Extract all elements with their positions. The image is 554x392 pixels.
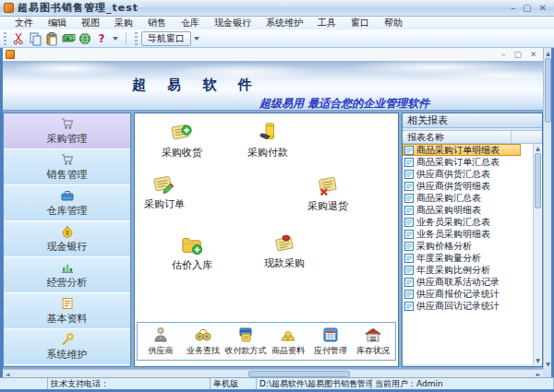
desktop-icon-purchase-receive[interactable]: 采购收货 xyxy=(152,121,211,160)
report-row[interactable]: 年度采购比例分析 xyxy=(403,264,542,276)
minimize-button[interactable]: – xyxy=(511,2,515,15)
sidebar-item-warehouse[interactable]: 仓库管理 xyxy=(4,185,130,221)
desktop-icon-cash-purchase[interactable]: 现款采购 xyxy=(255,232,314,270)
sidebar-item-basic-data[interactable]: 基本资料 xyxy=(4,293,130,329)
nav-overflow-icon[interactable] xyxy=(194,37,199,41)
title-bar[interactable]: 超易图书销售管理_test – ▢ ✕ xyxy=(0,0,554,17)
sidebar-item-label: 基本资料 xyxy=(47,312,88,326)
desktop-icon-valuation-inbound[interactable]: 估价入库 xyxy=(163,233,222,272)
scroll-left-icon[interactable]: ◄ xyxy=(3,370,12,377)
reports-scroll-thumb[interactable] xyxy=(535,153,541,208)
report-row[interactable]: 供应商报价记录统计 xyxy=(403,288,542,300)
report-row[interactable]: 商品采购订单汇总表 xyxy=(403,156,542,168)
mdi-strip: – ▢ ✕ xyxy=(3,48,551,61)
scroll-right-icon[interactable]: ► xyxy=(534,370,543,377)
report-row[interactable]: 年度采购量分析 xyxy=(403,252,542,264)
child-restore-button[interactable]: ▢ xyxy=(514,49,523,60)
reports-scrollbar[interactable]: ▲ ▼ xyxy=(533,144,541,364)
paste-icon[interactable] xyxy=(43,30,60,46)
report-row[interactable]: 商品采购订单明细表 xyxy=(403,144,521,156)
vertical-scroll-thumb[interactable] xyxy=(545,58,551,123)
menu-window[interactable]: 窗口 xyxy=(343,17,377,30)
report-icon xyxy=(404,182,414,191)
shortcut-panel: 供应商 业务查找 收付款方式 商品资料 应付管理 xyxy=(137,322,396,361)
horizontal-scroll-thumb[interactable] xyxy=(248,371,350,377)
report-icon xyxy=(404,230,414,239)
horizontal-scrollbar[interactable]: ◄ ► xyxy=(3,369,543,377)
reports-panel-title: 相关报表 xyxy=(403,113,542,128)
desktop-icon-label: 采购订单 xyxy=(144,197,185,211)
report-row[interactable]: 供应商供货汇总表 xyxy=(403,168,542,180)
report-row[interactable]: 供应商联系活动记录 xyxy=(403,276,542,288)
desktop-icon-label: 采购付款 xyxy=(247,146,288,160)
report-icon xyxy=(404,146,414,155)
menu-warehouse[interactable]: 仓库 xyxy=(174,17,207,30)
report-row[interactable]: 业务员采购明细表 xyxy=(403,228,542,240)
scroll-down-icon[interactable]: ▼ xyxy=(545,360,551,368)
menu-edit[interactable]: 编辑 xyxy=(41,17,74,30)
close-button[interactable]: ✕ xyxy=(539,2,547,15)
report-row[interactable]: 商品采购明细表 xyxy=(403,204,542,216)
cart-icon xyxy=(60,116,75,131)
toolbar-grip[interactable] xyxy=(4,32,6,45)
scroll-up-icon[interactable]: ▲ xyxy=(545,49,551,57)
child-minimize-button[interactable]: – xyxy=(501,49,506,60)
menu-view[interactable]: 视图 xyxy=(74,17,107,30)
sidebar-item-analysis[interactable]: 经营分析 xyxy=(4,257,130,293)
menu-purchase[interactable]: 采购 xyxy=(107,17,140,30)
menu-system[interactable]: 系统维护 xyxy=(259,17,310,30)
restore-button[interactable]: ▢ xyxy=(523,2,531,15)
money-icon[interactable] xyxy=(60,30,77,46)
shortcut-business-search[interactable]: 业务查找 xyxy=(182,326,224,357)
desktop-icon-purchase-order[interactable]: 采购订单 xyxy=(135,172,194,211)
scroll-down-icon[interactable]: ▼ xyxy=(535,356,541,364)
menu-tools[interactable]: 工具 xyxy=(310,17,343,30)
report-row[interactable]: 供应商回访记录统计 xyxy=(403,300,542,312)
report-row[interactable]: 商品采购汇总表 xyxy=(403,192,542,204)
vertical-scrollbar[interactable]: ▲ ▼ xyxy=(543,48,551,369)
globe-icon[interactable] xyxy=(77,30,93,46)
shortcut-inventory-status[interactable]: 库存状况 xyxy=(352,326,394,357)
scroll-up-icon[interactable]: ▲ xyxy=(535,144,541,152)
sidebar-item-label: 现金银行 xyxy=(47,240,88,254)
report-icon xyxy=(404,302,414,311)
shortcut-payment-method[interactable]: 收付款方式 xyxy=(224,326,267,357)
sidebar-item-system[interactable]: 系统维护 xyxy=(4,329,130,365)
shortcut-product-data[interactable]: 商品资料 xyxy=(267,326,309,357)
toolbar-overflow-icon[interactable] xyxy=(113,37,118,41)
menu-sales[interactable]: 销售 xyxy=(140,17,174,30)
sidebar-item-sales[interactable]: 销售管理 xyxy=(4,149,130,185)
menu-cash-bank[interactable]: 现金银行 xyxy=(207,17,259,30)
report-icon xyxy=(404,254,414,263)
report-row[interactable]: 采购价格分析 xyxy=(403,240,542,252)
banner-title: 超 易 软 件 xyxy=(132,77,260,94)
desktop-icon-purchase-payment[interactable]: 采购付款 xyxy=(238,121,297,160)
shortcut-supplier[interactable]: 供应商 xyxy=(139,326,182,357)
sidebar-item-cash-bank[interactable]: 现金银行 xyxy=(4,221,130,257)
banner: 超 易 软 件 超级易用 最适合您的企业管理软件 xyxy=(3,61,543,111)
menu-file[interactable]: 文件 xyxy=(7,17,41,30)
desktop-icon-purchase-return[interactable]: 采购退货 xyxy=(298,174,357,213)
report-row[interactable]: 业务员采购汇总表 xyxy=(403,216,542,228)
menu-help[interactable]: 帮助 xyxy=(377,17,410,30)
status-blank xyxy=(0,378,48,389)
reports-column-header[interactable]: 报表名称 xyxy=(403,130,542,144)
cut-icon[interactable] xyxy=(10,30,27,46)
help-icon[interactable]: ? xyxy=(93,30,110,46)
report-icon xyxy=(404,206,414,215)
report-icon xyxy=(404,194,414,203)
sidebar-item-purchase[interactable]: 采购管理 xyxy=(4,113,130,149)
child-close-button[interactable]: ✕ xyxy=(530,49,537,60)
report-row[interactable]: 供应商供货明细表 xyxy=(403,180,542,192)
desktop-icon-label: 估价入库 xyxy=(172,258,212,272)
cart-icon xyxy=(60,152,75,167)
card-icon xyxy=(236,326,255,344)
sidebar-item-label: 系统维护 xyxy=(47,348,88,362)
nav-window-button[interactable]: 导航窗口 xyxy=(141,31,191,46)
shortcut-label: 供应商 xyxy=(149,345,174,357)
sidebar-item-label: 销售管理 xyxy=(47,168,88,182)
copy-icon[interactable] xyxy=(27,30,43,46)
shortcut-label: 业务查找 xyxy=(187,345,220,357)
shortcut-payables[interactable]: 应付管理 xyxy=(309,326,352,357)
toolbar-grip2[interactable] xyxy=(135,32,138,45)
